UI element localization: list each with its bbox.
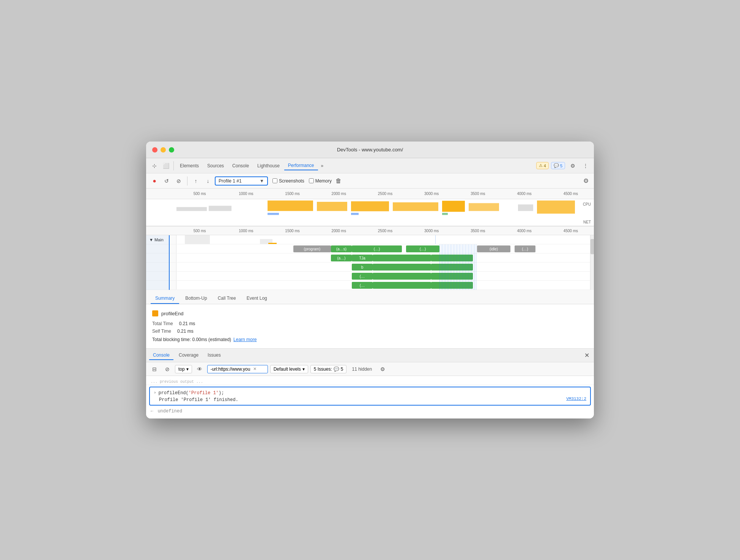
cursor-icon[interactable]: ⊹ (149, 160, 160, 171)
bar-b[interactable]: b (352, 264, 373, 271)
tab-call-tree[interactable]: Call Tree (213, 293, 241, 304)
filter-value: -url:https://www.you (211, 367, 250, 372)
vert-bars5 (439, 281, 477, 290)
console-clear-button[interactable]: ⊘ (162, 364, 173, 374)
console-tab-console[interactable]: Console (149, 351, 173, 360)
bar-tja[interactable]: TJa (352, 255, 373, 261)
console-close-button[interactable]: ✕ (583, 350, 591, 360)
warning-count: 4 (544, 164, 546, 168)
bar-green1[interactable] (373, 255, 431, 261)
console-toolbar: ⊟ ⊘ top ▾ 👁 -url:https://www.you ✕ Defau… (146, 362, 594, 376)
bar-idle[interactable]: (idle) (477, 245, 510, 252)
console-undefined-text: undefined (157, 409, 182, 414)
profile-end-header: profileEnd (152, 310, 588, 316)
bar-program[interactable]: (program) (293, 245, 331, 252)
levels-label: Default levels (274, 367, 301, 372)
console-tab-coverage[interactable]: Coverage (175, 351, 202, 360)
mark2-4500: 4500 ms (548, 229, 594, 233)
learn-more-link[interactable]: Learn more (233, 337, 257, 342)
timeline-ruler-main: 500 ms 1000 ms 1500 ms 2000 ms 2500 ms 3… (146, 226, 594, 235)
tab-sources[interactable]: Sources (203, 162, 228, 170)
traffic-lights (152, 147, 174, 153)
tab-summary[interactable]: Summary (151, 293, 179, 304)
perf-settings-button[interactable]: ⚙ (581, 176, 591, 185)
download-button[interactable]: ↓ (203, 176, 213, 186)
tab-performance[interactable]: Performance (284, 161, 318, 170)
self-time-label: Self Time (152, 329, 171, 334)
context-selector[interactable]: top ▾ (175, 365, 192, 373)
console-tab-issues[interactable]: Issues (204, 351, 225, 360)
yellow-block (268, 243, 277, 244)
trash-button[interactable]: 🗑 (333, 177, 344, 185)
tab-more-button[interactable]: » (319, 162, 326, 170)
issues-count: 5 (341, 367, 343, 372)
toolbar-sep (187, 176, 187, 186)
eye-button[interactable]: 👁 (194, 364, 205, 374)
svg-rect-12 (442, 213, 448, 215)
memory-checkbox[interactable]: Memory (309, 178, 332, 184)
flame-row-1-label (146, 244, 176, 253)
bar-dots1[interactable]: (…) (352, 245, 402, 252)
levels-dropdown[interactable]: Default levels ▾ (270, 365, 308, 373)
warning-icon: ⚠ (539, 163, 543, 168)
vert-bars3 (439, 263, 477, 272)
screenshots-checkbox[interactable]: Screenshots (272, 178, 304, 184)
memory-input[interactable] (309, 178, 314, 183)
self-time-value: 0.21 ms (177, 329, 194, 334)
tab-bottom-up[interactable]: Bottom-Up (181, 293, 211, 304)
main-label: ▼ Main (146, 235, 176, 244)
issues-chat-icon: 💬 (334, 367, 339, 372)
console-settings-button[interactable]: ⚙ (377, 364, 388, 374)
screenshots-input[interactable] (272, 178, 277, 183)
device-icon[interactable]: ⬜ (161, 160, 171, 171)
scrollbar-thumb[interactable] (590, 239, 594, 254)
issues-badge[interactable]: 5 Issues: 💬 5 (310, 365, 347, 373)
bar-green7[interactable] (373, 282, 431, 289)
chat-icon: 💬 (554, 163, 559, 168)
refresh-record-button[interactable]: ↺ (161, 176, 172, 186)
warning-badge[interactable]: ⚠ 4 (536, 162, 549, 169)
bar-dots2[interactable]: (…) (406, 245, 439, 252)
console-undefined-line: ← undefined (146, 407, 594, 415)
mark2-2000: 2000 ms (316, 229, 362, 233)
tab-console[interactable]: Console (228, 162, 253, 170)
svg-rect-4 (351, 201, 389, 211)
mark2-1000: 1000 ms (223, 229, 269, 233)
close-button[interactable] (152, 147, 157, 153)
total-time-value: 0.21 ms (179, 321, 195, 326)
gray-block-1 (185, 235, 210, 244)
vm-link[interactable]: VM3132:2 (566, 396, 586, 401)
info-badge[interactable]: 💬 5 (551, 162, 565, 169)
bar-dots5[interactable]: (… (352, 282, 373, 289)
minimize-button[interactable] (161, 147, 166, 153)
clear-button[interactable]: ⊘ (173, 176, 184, 186)
bar-green5[interactable] (373, 273, 431, 280)
record-button[interactable]: ● (149, 176, 160, 186)
mark2-1500: 1500 ms (269, 229, 315, 233)
filter-clear-button[interactable]: ✕ (253, 367, 257, 371)
tab-elements[interactable]: Elements (176, 162, 203, 170)
bar-as[interactable]: (a…s) (331, 245, 352, 252)
svg-rect-3 (317, 202, 347, 211)
tab-event-log[interactable]: Event Log (242, 293, 272, 304)
bar-dots3[interactable]: (…) (515, 245, 535, 252)
timeline-area: 500 ms 1000 ms 1500 ms 2000 ms 2500 ms 3… (146, 189, 594, 226)
bar-dots4[interactable]: (… (352, 273, 373, 280)
console-sidebar-button[interactable]: ⊟ (149, 364, 160, 374)
settings-icon[interactable]: ⚙ (567, 160, 578, 171)
mark-2000: 2000 ms (316, 192, 362, 196)
bar-a-dots[interactable]: (a…) (331, 255, 352, 261)
bar-green3[interactable] (373, 264, 431, 271)
scrollbar-track (590, 235, 594, 290)
more-icon[interactable]: ⋮ (580, 160, 591, 171)
flame-row-4-content: (… (176, 272, 594, 281)
cpu-label: CPU (583, 202, 591, 206)
console-filter-input[interactable]: -url:https://www.you ✕ (207, 365, 268, 373)
profile-dropdown-arrow: ▼ (260, 178, 264, 184)
tab-lighthouse[interactable]: Lighthouse (253, 162, 283, 170)
upload-button[interactable]: ↑ (191, 176, 201, 186)
maximize-button[interactable] (169, 147, 174, 153)
cpu-net-area: CPU NET (146, 199, 594, 226)
profile-selector[interactable]: Profile 1 #1 ▼ (215, 176, 268, 186)
timeline-ruler-top: 500 ms 1000 ms 1500 ms 2000 ms 2500 ms 3… (146, 189, 594, 199)
